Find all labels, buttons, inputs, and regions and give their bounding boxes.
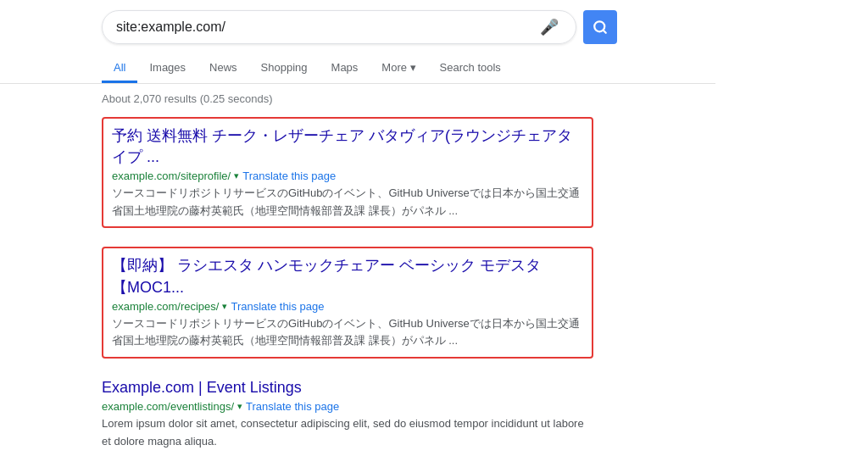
result-url-row-3: example.com/eventlistings/ ▾ Translate t… [102, 400, 593, 413]
svg-line-1 [603, 30, 605, 32]
search-bar-area: 🎤 [0, 0, 715, 44]
result-url-row-2: example.com/recipes/ ▾ Translate this pa… [112, 300, 583, 313]
result-snippet-3: Lorem ipsum dolor sit amet, consectetur … [102, 415, 593, 450]
result-translate-1[interactable]: Translate this page [242, 170, 336, 182]
search-button[interactable] [583, 10, 617, 44]
result-title-2[interactable]: 【即納】 ラシエスタ ハンモックチェアー ベーシック モデスタ 【MOC1... [112, 255, 583, 298]
tab-shopping[interactable]: Shopping [249, 54, 320, 83]
result-dropdown-2[interactable]: ▾ [222, 301, 227, 312]
result-item-3: Example.com | Event Listings example.com… [102, 377, 593, 450]
tab-more[interactable]: More ▾ [370, 54, 427, 83]
result-url-2: example.com/recipes/ [112, 300, 219, 313]
result-title-1[interactable]: 予約 送料無料 チーク・レザーチェア バタヴィア(ラウンジチェアタイプ ... [112, 125, 583, 168]
microphone-icon[interactable]: 🎤 [540, 18, 559, 36]
nav-tabs: All Images News Shopping Maps More ▾ Sea… [0, 47, 715, 84]
result-item-2: 【即納】 ラシエスタ ハンモックチェアー ベーシック モデスタ 【MOC1...… [102, 247, 593, 358]
page-wrapper: 🎤 All Images News Shopping Maps More ▾ S… [0, 0, 868, 456]
main-content: 🎤 All Images News Shopping Maps More ▾ S… [0, 0, 715, 456]
result-item-1: 予約 送料無料 チーク・レザーチェア バタヴィア(ラウンジチェアタイプ ... … [102, 117, 593, 228]
result-url-row-1: example.com/siteprofile/ ▾ Translate thi… [112, 170, 583, 182]
tab-images[interactable]: Images [137, 54, 198, 83]
search-input[interactable] [116, 19, 540, 35]
result-dropdown-3[interactable]: ▾ [237, 401, 242, 412]
result-url-1: example.com/siteprofile/ [112, 170, 231, 182]
search-input-wrapper: 🎤 [102, 10, 576, 44]
result-snippet-1: ソースコードリポジトリサービスのGitHubのイベント、GitHub Unive… [112, 185, 583, 220]
result-dropdown-1[interactable]: ▾ [234, 170, 239, 181]
result-translate-3[interactable]: Translate this page [246, 400, 339, 413]
result-title-3[interactable]: Example.com | Event Listings [102, 377, 593, 398]
result-url-3: example.com/eventlistings/ [102, 400, 234, 413]
tab-maps[interactable]: Maps [320, 54, 370, 83]
result-translate-2[interactable]: Translate this page [231, 300, 324, 313]
result-snippet-2: ソースコードリポジトリサービスのGitHubのイベント、GitHub Unive… [112, 315, 583, 350]
tab-all[interactable]: All [102, 54, 137, 83]
branding-area: Trech Digital Solutions [715, 0, 868, 456]
tab-news[interactable]: News [198, 54, 249, 83]
tab-search-tools[interactable]: Search tools [428, 54, 513, 83]
search-icon [593, 19, 608, 35]
results-area: 予約 送料無料 チーク・レザーチェア バタヴィア(ラウンジチェアタイプ ... … [0, 117, 715, 456]
results-count: About 2,070 results (0.25 seconds) [0, 84, 715, 117]
